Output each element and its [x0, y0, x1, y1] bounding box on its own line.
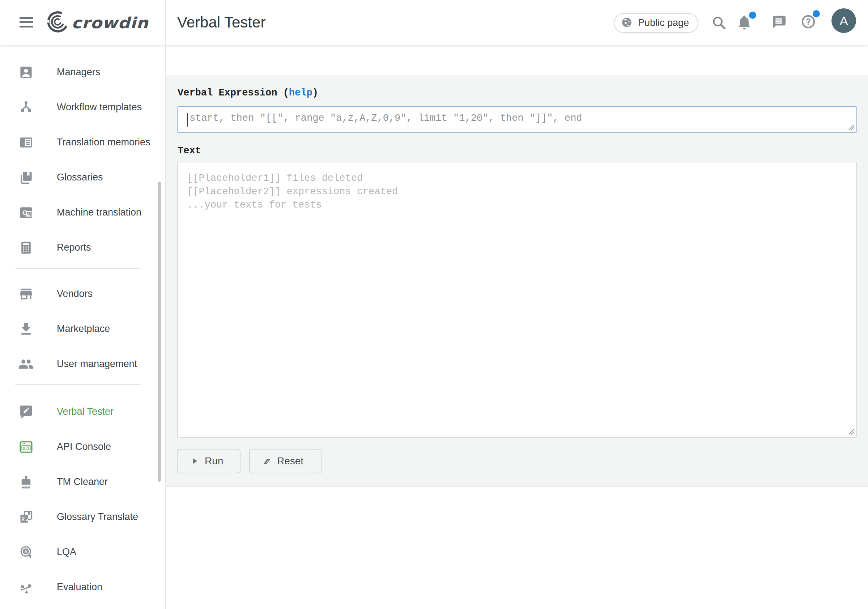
svg-text:?: ?	[806, 17, 811, 26]
expression-input[interactable]	[177, 106, 857, 133]
svg-text:A: A	[24, 549, 27, 553]
sidebar-divider	[165, 0, 166, 609]
text-input[interactable]	[177, 162, 857, 438]
search-icon[interactable]	[711, 14, 727, 31]
brush-icon	[18, 474, 34, 490]
app-root: crowdin Verbal Tester Public page	[0, 0, 868, 609]
crowdin-logo[interactable]: crowdin	[46, 11, 149, 35]
glossaries-icon	[18, 170, 34, 186]
expression-label-prefix: Verbal Expression (	[178, 88, 289, 98]
sidebar-item-verbal-tester[interactable]: Verbal Tester	[0, 394, 165, 429]
avatar[interactable]: A	[831, 8, 856, 33]
globe-icon	[620, 16, 633, 30]
public-page-button[interactable]: Public page	[614, 13, 698, 33]
sidebar-nav: Managers Workflow templates	[0, 46, 165, 609]
sidebar-scrollbar[interactable]	[158, 181, 161, 482]
store-icon	[18, 286, 34, 302]
notifications-badge-dot	[749, 12, 756, 19]
sidebar-item-vendors[interactable]: Vendors	[0, 276, 165, 311]
run-button-label: Run	[205, 455, 223, 467]
help-badge-dot	[813, 10, 820, 17]
text-label: Text	[178, 144, 201, 158]
lqa-lens-icon: A	[18, 544, 34, 560]
sidebar-group-divider	[15, 268, 141, 269]
sidebar-item-managers[interactable]: Managers	[0, 54, 165, 90]
sidebar-item-tm-cleaner[interactable]: TM Cleaner	[0, 464, 165, 499]
sidebar-item-machine-translation[interactable]: G Machine translation	[0, 195, 165, 230]
verbal-tester-panel: Verbal Expression (help) Text Run	[166, 75, 868, 487]
sidebar-item-glossary-translate[interactable]: A Glossary Translate	[0, 499, 165, 535]
glossary-translate-icon: A	[18, 509, 34, 525]
top-header: crowdin Verbal Tester Public page	[0, 0, 868, 46]
machine-translation-icon: G	[18, 205, 34, 221]
test-tube-bubble-icon	[18, 404, 34, 420]
workflow-icon	[18, 99, 34, 115]
download-icon	[18, 321, 34, 337]
text-field-wrap	[177, 162, 857, 438]
sidebar-group-divider	[15, 384, 141, 385]
reset-button[interactable]: Reset	[249, 449, 321, 473]
svg-text:API: API	[23, 446, 29, 449]
sidebar-item-api-console[interactable]: API API Console	[0, 429, 165, 464]
sidebar-item-glossaries[interactable]: Glossaries	[0, 160, 165, 195]
text-caret	[187, 113, 188, 127]
translation-memory-icon	[18, 135, 34, 150]
sidebar-item-marketplace[interactable]: Marketplace	[0, 311, 165, 346]
manager-badge-icon	[18, 64, 34, 80]
reset-button-label: Reset	[277, 455, 304, 467]
eraser-icon	[262, 456, 271, 466]
crowdin-wordmark: crowdin	[71, 14, 149, 32]
run-button[interactable]: Run	[177, 449, 240, 473]
api-console-icon: API	[18, 439, 34, 455]
notifications-bell-icon[interactable]	[736, 14, 753, 31]
messages-icon[interactable]	[770, 14, 787, 30]
hamburger-menu-icon[interactable]	[20, 17, 33, 28]
expression-label: Verbal Expression (help)	[178, 86, 318, 100]
page-title: Verbal Tester	[177, 0, 265, 45]
expression-field-wrap	[177, 106, 857, 133]
balance-scale-icon	[18, 580, 34, 595]
sidebar-item-workflow-templates[interactable]: Workflow templates	[0, 90, 165, 125]
sidebar-item-evaluation[interactable]: Evaluation	[0, 570, 165, 605]
sidebar-item-lqa[interactable]: A LQA	[0, 535, 165, 570]
people-icon	[18, 356, 34, 372]
help-icon[interactable]: ?	[800, 13, 817, 30]
crowdin-logo-mark-icon	[46, 11, 69, 35]
sidebar-item-reports[interactable]: Reports	[0, 230, 165, 265]
public-page-label: Public page	[638, 17, 689, 29]
reports-calculator-icon	[18, 240, 34, 256]
sidebar-item-user-management[interactable]: User management	[0, 346, 165, 381]
help-link[interactable]: help	[289, 88, 313, 98]
expression-label-suffix: )	[313, 88, 318, 98]
sidebar-item-translation-memories[interactable]: Translation memories	[0, 125, 165, 160]
play-icon	[190, 456, 199, 466]
avatar-letter: A	[840, 14, 848, 28]
svg-text:A: A	[26, 518, 29, 522]
